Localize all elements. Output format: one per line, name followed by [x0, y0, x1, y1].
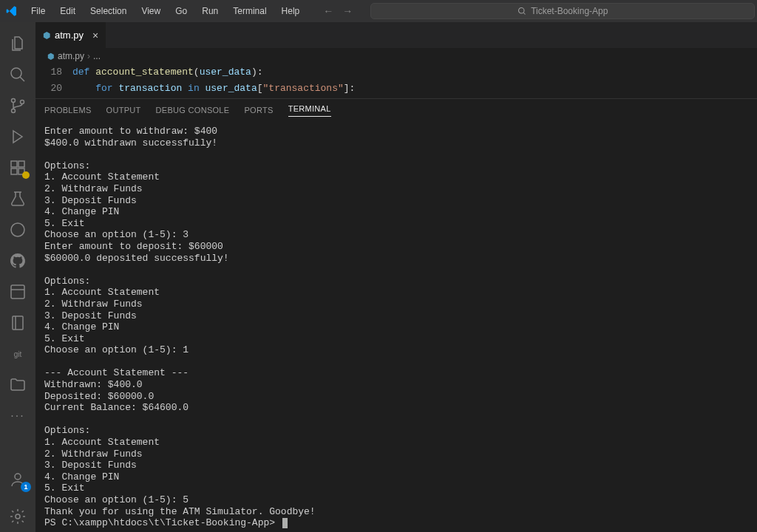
breadcrumb-ellipsis: ... — [93, 51, 101, 61]
terminal-line: 4. Change PIN — [44, 321, 748, 333]
terminal-line: $60000.0 deposited successfully! — [44, 253, 748, 265]
panel-tab-ports[interactable]: PORTS — [244, 106, 273, 115]
activity-item-generic1[interactable] — [0, 276, 35, 307]
terminal-line — [44, 414, 748, 426]
activity-settings[interactable] — [0, 501, 35, 532]
code-line[interactable]: for transaction in user_data["transactio… — [72, 81, 355, 97]
main-area: git ··· 1 ⬢ atm.py × ⬢ atm.py — [0, 22, 757, 532]
terminal-line: Options: — [44, 425, 748, 437]
terminal-line: 5. Exit — [44, 482, 748, 494]
terminal-line: 2. Withdraw Funds — [44, 449, 748, 460]
svg-point-3 — [12, 109, 16, 113]
terminal-line: 4. Change PIN — [44, 206, 748, 218]
terminal-line — [44, 149, 748, 160]
book-icon — [9, 314, 27, 332]
terminal-line — [44, 356, 748, 368]
python-file-icon: ⬢ — [43, 30, 50, 41]
terminal-line: Enter amount to withdraw: $400 — [44, 126, 748, 137]
activity-remote[interactable] — [0, 214, 35, 245]
terminal-line: Choose an option (1-5): 1 — [44, 344, 748, 356]
terminal-cursor — [282, 518, 288, 528]
terminal-line: 1. Account Statement — [44, 287, 748, 299]
search-icon — [9, 66, 27, 83]
terminal-line: 3. Deposit Funds — [44, 195, 748, 207]
circle-icon — [9, 221, 27, 239]
svg-rect-10 — [11, 285, 24, 299]
terminal-line: Withdrawn: $400.0 — [44, 379, 748, 391]
vscode-logo-icon — [6, 5, 18, 17]
menu-help[interactable]: Help — [276, 0, 306, 22]
terminal-line: Thank you for using the ATM Simulator. G… — [44, 506, 748, 518]
extensions-warning-badge — [22, 171, 30, 179]
menu-view[interactable]: View — [135, 0, 166, 22]
svg-point-12 — [15, 474, 21, 480]
menu-file[interactable]: File — [25, 0, 51, 22]
ellipsis-icon: ··· — [10, 409, 24, 423]
terminal-line: 3. Deposit Funds — [44, 460, 748, 471]
activity-testing[interactable] — [0, 183, 35, 214]
panel-tab-debug-console[interactable]: DEBUG CONSOLE — [156, 106, 230, 115]
git-label: git — [14, 350, 22, 358]
activity-extensions[interactable] — [0, 152, 35, 183]
terminal-line: Deposited: $60000.0 — [44, 391, 748, 403]
gear-icon — [9, 508, 27, 525]
menu-run[interactable]: Run — [196, 0, 224, 22]
terminal-output[interactable]: Enter amount to withdraw: $400$400.0 wit… — [35, 121, 757, 532]
code-editor[interactable]: 182021 def account_statement(user_data):… — [35, 64, 757, 98]
command-center-search[interactable]: Ticket-Booking-App — [370, 3, 755, 19]
breadcrumb[interactable]: ⬢ atm.py › ... — [35, 48, 757, 64]
tab-close-icon[interactable]: × — [92, 30, 98, 41]
svg-point-13 — [16, 514, 20, 519]
terminal-line: --- Account Statement --- — [44, 367, 748, 379]
activity-search[interactable] — [0, 59, 35, 90]
activity-run-debug[interactable] — [0, 121, 35, 152]
activity-more[interactable]: ··· — [0, 400, 35, 432]
activity-source-control[interactable] — [0, 90, 35, 121]
activity-github[interactable] — [0, 245, 35, 276]
terminal-line: 2. Withdraw Funds — [44, 183, 748, 195]
activity-bar: git ··· 1 — [0, 22, 35, 532]
svg-point-2 — [12, 99, 16, 103]
nav-back-icon[interactable]: ← — [323, 5, 333, 17]
activity-git-text[interactable]: git — [0, 338, 35, 369]
terminal-line: Enter amount to deposit: $60000 — [44, 241, 748, 253]
nav-forward-icon[interactable]: → — [342, 5, 353, 17]
activity-item-generic2[interactable] — [0, 307, 35, 338]
code-line[interactable]: def account_statement(user_data): — [72, 64, 355, 81]
svg-point-4 — [21, 100, 24, 104]
terminal-line: $400.0 withdrawn successfully! — [44, 137, 748, 149]
line-number: 20 — [35, 81, 62, 97]
activity-folder[interactable] — [0, 369, 35, 400]
terminal-line: 2. Withdraw Funds — [44, 299, 748, 310]
activity-accounts[interactable]: 1 — [0, 464, 35, 495]
panel-tab-problems[interactable]: PROBLEMS — [44, 106, 92, 115]
terminal-line: Options: — [44, 276, 748, 287]
menu-selection[interactable]: Selection — [84, 0, 132, 22]
title-bar: File Edit Selection View Go Run Terminal… — [0, 0, 757, 22]
files-icon — [9, 35, 27, 52]
terminal-line: 1. Account Statement — [44, 437, 748, 449]
panel-tab-terminal[interactable]: TERMINAL — [288, 104, 331, 117]
terminal-line: Choose an option (1-5): 3 — [44, 229, 748, 241]
terminal-line: 4. Change PIN — [44, 471, 748, 483]
terminal-line[interactable]: PS C:\xampp\htdocs\t\Ticket-Booking-App> — [44, 517, 748, 529]
panel-tab-bar: PROBLEMS OUTPUT DEBUG CONSOLE PORTS TERM… — [35, 99, 757, 121]
folder-icon — [9, 376, 27, 394]
editor-tab-active[interactable]: ⬢ atm.py × — [35, 22, 106, 48]
terminal-line: Current Balance: $64600.0 — [44, 402, 748, 414]
tab-label: atm.py — [55, 30, 84, 41]
terminal-line: Options: — [44, 160, 748, 172]
chevron-right-icon: › — [87, 51, 90, 61]
beaker-icon — [9, 190, 27, 208]
play-bug-icon — [9, 128, 27, 146]
menu-edit[interactable]: Edit — [54, 0, 81, 22]
menu-terminal[interactable]: Terminal — [227, 0, 272, 22]
terminal-line: 1. Account Statement — [44, 171, 748, 183]
svg-rect-11 — [13, 316, 23, 330]
menu-go[interactable]: Go — [169, 0, 193, 22]
branch-icon — [9, 97, 27, 115]
panel-tab-output[interactable]: OUTPUT — [106, 106, 141, 115]
layout-icon — [9, 283, 27, 301]
terminal-line: 5. Exit — [44, 333, 748, 345]
activity-explorer[interactable] — [0, 28, 35, 59]
